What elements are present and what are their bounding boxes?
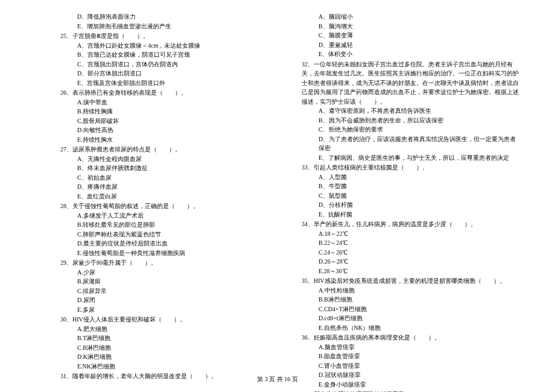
option: C.排尿异常 <box>60 286 278 296</box>
option: E.侵蚀性葡萄胎是一种良性滋养细胞疾病 <box>60 248 278 258</box>
page-body: D、降低肺泡表面张力 E、增加肺泡毛细血管渗出液的产生 25、子宫脱垂Ⅲ度是指（… <box>0 0 555 392</box>
option: D.尿闭 <box>60 296 278 305</box>
option: E.28～30℃ <box>302 267 519 276</box>
question-stem: 33、引起人类结核病的主要结核菌是（ ）。 <box>302 163 519 172</box>
option: D、分枝杆菌 <box>302 200 519 210</box>
right-column: A、脑回缩小 B、脑沟增大 C、脑膜变薄 D、重量减轻 E、体积变小 32、一位… <box>296 12 519 392</box>
option: A.少尿 <box>60 268 278 277</box>
question-stem: 25、子宫脱垂Ⅲ度是指（ ）。 <box>60 31 278 41</box>
option: C.B淋巴细胞 <box>60 343 278 353</box>
option: E.NK淋巴细胞 <box>60 362 278 371</box>
page-footer: 第 3 页 共 16 页 <box>0 375 555 384</box>
option: A、遵守保密原则，不将患者真情告诉医生 <box>302 106 519 116</box>
option: C.肺部声称灶表现为紫蓝色结节 <box>60 230 278 239</box>
option: B.B淋巴细胞 <box>302 295 519 305</box>
question-stem: 32、一位年轻的未婚妇女因子宫出血过多住院。患者主诉子宫出血与她的月经有关，去年… <box>302 60 519 107</box>
option: A.肥大细胞 <box>60 324 278 334</box>
option: B.T淋巴细胞 <box>60 334 278 343</box>
option: D.K淋巴细胞 <box>60 352 278 362</box>
option: B、牛型菌 <box>302 182 519 191</box>
option: B、终末血尿伴膀胱刺激征 <box>60 163 278 173</box>
option: B.胎盘血管痉挛 <box>302 352 519 361</box>
option: B、因为不会威胁到患者的生命，所以应该保密 <box>302 116 519 125</box>
question-stem: 36、妊娠期高血压疾病的基本病理变化是（ ）。 <box>302 333 519 343</box>
option: C.24～26℃ <box>302 248 519 258</box>
question-stem: 29、尿量少于80毫升属于（ ）。 <box>60 258 278 268</box>
option: E.持续性胸水 <box>60 135 278 145</box>
option: B.转移灶最常见的部位是肺部 <box>60 220 278 230</box>
option: D、部分宫体脱出阴道口 <box>60 69 278 78</box>
option: C、拒绝为她保密的要求 <box>302 125 519 134</box>
option: A.18～22℃ <box>302 229 519 239</box>
option: C.CD4+T淋巴细胞 <box>302 305 519 314</box>
option: D、为了患者的治疗，应该说服患者将真实情况告诉医生，但一定要为患者保密 <box>302 134 519 153</box>
option: D.向敏性高热 <box>60 125 278 135</box>
question-stem: 37、新生儿生理性体重下降的时间应是（ ）。 <box>302 390 519 392</box>
option: E、宫颈及宫体全部脱出阴道口外 <box>60 78 278 88</box>
option: C、脑膜变薄 <box>302 31 519 40</box>
left-column: D、降低肺泡表面张力 E、增加肺泡毛细血管渗出液的产生 25、子宫脱垂Ⅲ度是指（… <box>60 12 296 392</box>
option: B.持续性胸痛 <box>60 107 278 116</box>
option: A、无痛性全程肉眼血尿 <box>60 154 278 164</box>
option: E、血红蛋白尿 <box>60 192 278 201</box>
option: D、疼痛伴血尿 <box>60 182 278 192</box>
option: E、增加肺泡毛细血管渗出液的产生 <box>60 22 278 31</box>
question-stem: 30、HIV侵入人体后主要侵犯和破坏（ ）。 <box>60 315 278 324</box>
option: C.肾小血管痉挛 <box>302 361 519 371</box>
option: E、抗酸杆菌 <box>302 210 519 220</box>
option: A.多继发于人工流产术后 <box>60 211 278 221</box>
question-stem: 26、表示肺癌已有全身转移的表现是（ ）。 <box>60 88 278 98</box>
option: B、脑沟增大 <box>302 22 519 31</box>
option: E.多尿 <box>60 305 278 315</box>
option: D.cd8+t淋巴细胞 <box>302 314 519 323</box>
option: E、了解病因、病史是医生的事，与护士无关，所以，应尊重患者的决定 <box>302 153 519 163</box>
option: C、鼠型菌 <box>302 191 519 201</box>
option: B.尿潴留 <box>60 277 278 286</box>
option: C.股骨局部破坏 <box>60 116 278 126</box>
option: B、宫颈已达处女膜缘，阴道口可见子宫颈 <box>60 50 278 60</box>
question-stem: 27、泌尿系肿瘤患者排尿的特点是（ ）。 <box>60 145 278 154</box>
question-stem: 28、关于侵蚀性葡萄胎的叙述，正确的是（ ）。 <box>60 201 278 211</box>
option: D、降低肺泡表面张力 <box>60 12 278 22</box>
question-stem: 34、早产的新生儿，住儿科病房，病房的温度是多少度（ ）。 <box>302 220 519 229</box>
option: E.自然杀伤（NK）细胞 <box>302 323 519 333</box>
option: A.脑血管痉挛 <box>302 343 519 352</box>
option: C、初始血尿 <box>60 173 278 183</box>
option: E、体积变小 <box>302 49 519 59</box>
option: C、宫颈脱出阴道口，宫体仍在阴道内 <box>60 60 278 69</box>
option: A、脑回缩小 <box>302 12 519 22</box>
option: D.最主要的症状是停经后阴道出血 <box>60 239 278 248</box>
option: A.痰中带血 <box>60 98 278 107</box>
option: A.中性粒细胞 <box>302 286 519 296</box>
option: A、宫颈外口距处女膜缘＜4cm，未达处女膜缘 <box>60 41 278 51</box>
option: A、人型菌 <box>302 172 519 182</box>
option: D.26～28℃ <box>302 257 519 267</box>
option: B.22～24℃ <box>302 238 519 248</box>
option: D、重量减轻 <box>302 40 519 50</box>
question-stem: 35、HIV感染后对免疫系统造成损害，主要的机理是损害哪类细胞（ ）。 <box>302 276 519 286</box>
